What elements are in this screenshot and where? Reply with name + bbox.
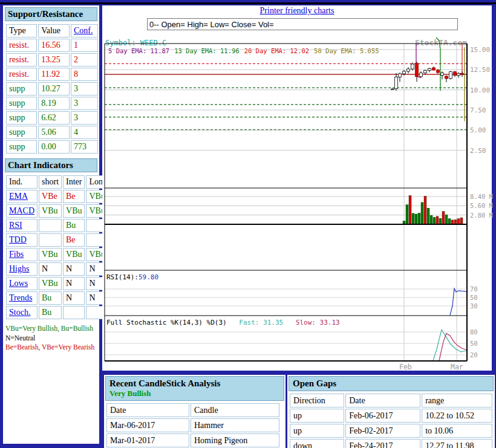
sr-conf: 773	[71, 140, 98, 154]
indicator-macd-link[interactable]: MACD	[9, 206, 34, 215]
sr-type: supp	[6, 140, 37, 154]
open-gaps-panel: Open Gaps DirectionDaterangeupFeb-06-201…	[287, 375, 495, 448]
gap-row: upFeb-02-2017to 10.06	[290, 424, 492, 438]
indicator-tdd-link[interactable]: TDD	[9, 235, 27, 244]
gap-row: downFeb-24-201712.27 to 11.98	[290, 439, 492, 448]
gap-date: Feb-02-2017	[345, 424, 420, 438]
candle-name: Homing Pigeon	[191, 433, 279, 447]
candlestick-analysis-title: Recent CandleStick Analysis	[109, 378, 280, 389]
indicator-fibs-link[interactable]: Fibs	[9, 250, 24, 259]
indicator-inter: VBu	[63, 248, 85, 261]
sr-col-conf[interactable]: Conf.	[71, 24, 98, 37]
gap-range: 12.27 to 11.98	[422, 439, 492, 448]
candlestick-row: Mar-06-2017Hammer	[106, 418, 279, 432]
indicator-row: RSI Bu	[6, 219, 110, 232]
gap-direction: up	[290, 409, 344, 423]
indicator-short: VBu	[39, 248, 62, 261]
indicator-highs-link[interactable]: Highs	[9, 264, 29, 273]
ema-legend: 5 Day EMA: 11.8713 Day EMA: 11.9620 Day …	[108, 47, 384, 54]
sr-row: resist.16.561	[6, 39, 98, 52]
indicator-inter: N	[63, 262, 85, 276]
indicator-row: HighsNNN	[6, 262, 110, 276]
candlestick-row: Mar-01-2017Homing Pigeon	[106, 433, 279, 447]
gap-col-date: Date	[345, 394, 420, 407]
candle-col-date: Date	[106, 403, 189, 417]
sr-conf: 2	[71, 53, 98, 67]
indicator-ema-link[interactable]: EMA	[9, 192, 28, 201]
sr-col-conf-link[interactable]: Conf.	[74, 26, 93, 35]
gap-col-range: range	[422, 394, 492, 407]
indicator-highs[interactable]: Highs	[6, 262, 38, 276]
indicator-trends-link[interactable]: Trends	[9, 293, 32, 302]
gap-direction: up	[290, 424, 344, 438]
indicator-inter: VBu	[63, 204, 85, 218]
indicator-lows-link[interactable]: Lows	[9, 279, 28, 288]
stockta-page: Support/Resistance TypeValueConf.resist.…	[0, 0, 496, 448]
indicator-stoch-link[interactable]: Stoch.	[9, 308, 30, 317]
open-gaps-title: Open Gaps	[293, 378, 489, 389]
indicator-trends[interactable]: Trends	[6, 291, 38, 305]
candle-col-candle: Candle	[191, 403, 279, 417]
chart-indicators-title: Chart Indicators	[5, 158, 97, 172]
indicator-stoch[interactable]: Stoch.	[6, 306, 38, 319]
indicator-ema[interactable]: EMA	[6, 190, 38, 203]
sr-value: 0.00	[38, 140, 70, 154]
indicator-row: FibsVBuVBuVBu	[6, 248, 110, 261]
stockta-watermark: StockTA.com	[415, 38, 467, 47]
sr-col-value: Value	[38, 24, 70, 37]
ema-legend-item: 13 Day EMA: 11.96	[174, 47, 239, 54]
gap-range: to 10.06	[422, 424, 492, 438]
symbol-label: Symbol: WEED.C	[105, 39, 166, 47]
indicator-row: EMAVBeBeVBu	[6, 190, 110, 203]
indicator-tdd[interactable]: TDD	[6, 233, 38, 247]
indicator-macd[interactable]: MACD	[6, 204, 38, 218]
indicator-short	[39, 219, 62, 232]
sr-type: supp	[6, 82, 37, 96]
sr-value: 10.27	[38, 82, 70, 96]
indicator-inter: Be	[63, 233, 85, 247]
sr-type: supp	[6, 97, 37, 110]
legend-bearish: Be=Bearish, VBe=Very Bearish	[5, 343, 97, 352]
indicator-short: VBe	[39, 190, 62, 203]
sr-value: 6.62	[38, 111, 70, 125]
chart-indicators-table: Ind.shortInterLongEMAVBeBeVBuMACDVBuVBuV…	[5, 174, 111, 320]
gap-date: Feb-06-2017	[345, 409, 420, 423]
support-resistance-title: Support/Resistance	[5, 7, 97, 21]
ind-col-short: short	[39, 175, 62, 189]
support-resistance-table: TypeValueConf.resist.16.561resist.13.252…	[5, 23, 99, 155]
sr-conf: 3	[71, 97, 98, 110]
stochastic-title: Full Stochastic %K(14,3) %D(3)	[106, 319, 227, 326]
indicator-rsi-link[interactable]: RSI	[9, 221, 22, 230]
gap-date: Feb-24-2017	[345, 439, 420, 448]
sr-type: supp	[6, 126, 37, 139]
indicator-lows[interactable]: Lows	[6, 277, 38, 290]
sr-col-type: Type	[6, 24, 37, 37]
indicator-legend: VBu=Very Bullish, Bu=Bullish N=Neutral B…	[5, 324, 97, 352]
printer-friendly-link[interactable]: Printer friendly charts	[260, 6, 334, 15]
quote-input[interactable]	[147, 18, 458, 30]
sr-type: resist.	[6, 39, 37, 52]
sr-conf: 1	[71, 39, 98, 52]
ind-col-inter: Inter	[63, 175, 85, 189]
indicator-row: TDD Be	[6, 233, 110, 247]
indicator-short: VBu	[39, 204, 62, 218]
sidebar: Support/Resistance TypeValueConf.resist.…	[3, 5, 99, 444]
indicator-short: VBu	[39, 277, 62, 290]
candle-date: Mar-01-2017	[106, 433, 189, 447]
candlestick-table: DateCandleMar-06-2017HammerMar-01-2017Ho…	[105, 402, 281, 448]
sr-conf: 3	[71, 82, 98, 96]
indicator-fibs[interactable]: Fibs	[6, 248, 38, 261]
gap-direction: down	[290, 439, 344, 448]
rsi-label: RSI(14):59.80	[106, 273, 158, 281]
sr-row: supp8.193	[6, 97, 98, 110]
open-gaps-header: Open Gaps	[289, 376, 494, 391]
open-gaps-table: DirectionDaterangeupFeb-06-201710.22 to …	[289, 392, 494, 448]
sr-conf: 3	[71, 111, 98, 125]
indicator-rsi[interactable]: RSI	[6, 219, 38, 232]
chart-area-panel	[102, 5, 492, 371]
gap-row: upFeb-06-201710.22 to 10.52	[290, 409, 492, 423]
gap-range: 10.22 to 10.52	[422, 409, 492, 423]
indicator-short: N	[39, 262, 62, 276]
sr-value: 13.25	[38, 53, 70, 67]
sr-value: 8.19	[38, 97, 70, 110]
